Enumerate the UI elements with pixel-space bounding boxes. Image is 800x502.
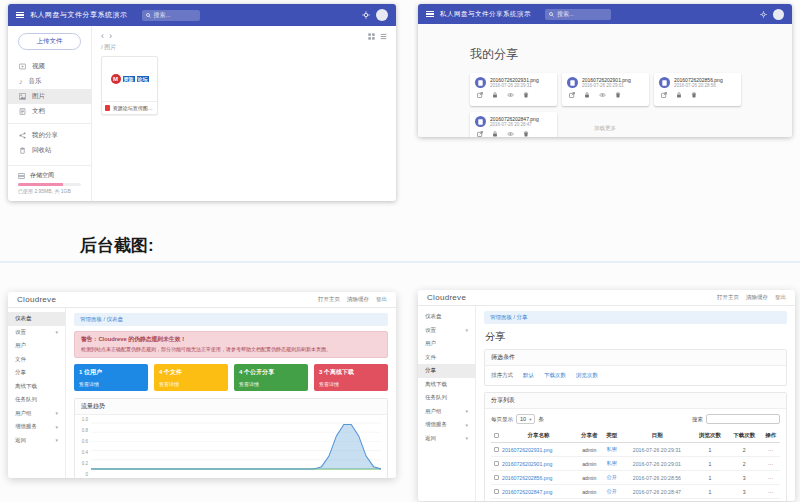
avatar[interactable] (376, 9, 388, 21)
table-row[interactable]: 20160726202856.png admin 公开 2016-07-26 2… (491, 471, 780, 485)
sidebar-item-files[interactable]: 文件 (8, 353, 65, 367)
col-header[interactable]: 日期 (621, 429, 693, 443)
cell-name[interactable]: 20160726202847.png (501, 485, 576, 499)
lock-icon[interactable] (492, 92, 498, 98)
load-more-button[interactable]: 加载更多 (418, 125, 792, 132)
cell-actions[interactable]: ··· (761, 471, 780, 485)
open-in-new-icon[interactable] (477, 92, 483, 98)
search-input[interactable] (706, 414, 780, 424)
stat-card-offline[interactable]: 3 个离线下载 查看详情 (314, 364, 388, 391)
sidebar-item-settings[interactable]: 设置▾ (8, 326, 65, 340)
cell-actions[interactable]: ··· (761, 485, 780, 499)
sidebar-item-task-queue[interactable]: 任务队列 (418, 391, 475, 405)
cell-actions[interactable]: ··· (761, 457, 780, 471)
stat-action-link[interactable]: 查看详情 (319, 381, 383, 387)
sidebar-item-back[interactable]: 返回▾ (418, 432, 475, 446)
delete-icon[interactable] (691, 92, 697, 98)
filter-option-default[interactable]: 默认 (523, 372, 534, 379)
stat-card-shares[interactable]: 4 个公开分享 查看详情 (234, 364, 308, 391)
list-view-icon[interactable] (380, 33, 387, 40)
sidebar-item-settings[interactable]: 设置▾ (418, 324, 475, 338)
share-card[interactable]: 20160726202901.png 2016-07-26 20:29:01 (562, 73, 649, 106)
delete-icon[interactable] (523, 92, 529, 98)
sidebar-item-task-queue[interactable]: 任务队列 (8, 393, 65, 407)
col-header[interactable]: 下载次数 (727, 429, 761, 443)
sidebar-item-back[interactable]: 返回▾ (8, 434, 65, 448)
sidebar-item-addons[interactable]: 增值服务▾ (8, 420, 65, 434)
search-box[interactable]: 搜索... (142, 10, 200, 21)
open-in-new-icon[interactable] (569, 92, 575, 98)
per-page-select[interactable]: 10 ▾ (516, 414, 535, 424)
lock-icon[interactable] (584, 92, 590, 98)
table-row[interactable]: 20160726202847.png admin 公开 2016-07-26 2… (491, 485, 780, 499)
upload-button[interactable]: 上传文件 (18, 33, 81, 50)
sidebar-item-groups[interactable]: 用户组▾ (8, 407, 65, 421)
share-card[interactable]: 20160726202856.png 2016-07-26 20:28:56 (654, 73, 741, 106)
stat-card-users[interactable]: 1 位用户 查看详情 (74, 364, 148, 391)
open-in-new-icon[interactable] (661, 92, 667, 98)
select-all-checkbox[interactable] (494, 433, 499, 438)
table-row[interactable]: 20160726202901.png admin 私密 2016-07-26 2… (491, 457, 780, 471)
col-header[interactable]: 分享者 (576, 429, 602, 443)
col-header[interactable]: 分享名称 (501, 429, 576, 443)
delete-icon[interactable] (615, 92, 621, 98)
lock-icon[interactable] (676, 92, 682, 98)
sidebar-item-shares[interactable]: 分享 (8, 366, 65, 380)
sidebar-item-my-shares[interactable]: 我的分享 (8, 128, 91, 143)
eye-icon[interactable] (507, 92, 514, 98)
stat-card-files[interactable]: 4 个文件 查看详情 (154, 364, 228, 391)
menu-icon[interactable] (426, 11, 434, 17)
filter-option-downloads[interactable]: 下载次数 (544, 372, 566, 379)
gear-icon[interactable] (362, 11, 370, 19)
nav-link-cache[interactable]: 清除缓存 (347, 296, 369, 303)
nav-link-logout[interactable]: 登出 (775, 294, 786, 301)
sidebar-item-offline-download[interactable]: 离线下载 (418, 378, 475, 392)
col-header[interactable]: 操作 (761, 429, 780, 443)
sidebar-item-dashboard[interactable]: 仪表盘 (8, 312, 65, 326)
sidebar-item-files[interactable]: 文件 (418, 351, 475, 365)
file-card[interactable]: M 资源 论坛 资源论坛宣传图.png (101, 56, 158, 115)
sidebar-item-video[interactable]: 视频 (8, 59, 91, 74)
row-checkbox[interactable] (494, 489, 499, 494)
sidebar-item-groups[interactable]: 用户组▾ (418, 405, 475, 419)
grid-view-icon[interactable] (368, 33, 375, 40)
menu-icon[interactable] (16, 12, 24, 18)
sidebar-item-shares[interactable]: 分享 (418, 364, 475, 378)
stat-action-link[interactable]: 查看详情 (79, 381, 143, 387)
nav-link-cache[interactable]: 清除缓存 (746, 294, 768, 301)
avatar[interactable] (773, 9, 784, 20)
col-header[interactable]: 浏览次数 (693, 429, 727, 443)
stat-action-link[interactable]: 查看详情 (239, 381, 303, 387)
gear-icon[interactable] (760, 11, 767, 18)
brand-logo[interactable]: Cloudreve (17, 295, 56, 304)
col-header[interactable]: 类型 (602, 429, 621, 443)
sidebar-item-dashboard[interactable]: 仪表盘 (418, 310, 475, 324)
cell-name[interactable]: 20160726202901.png (501, 457, 576, 471)
nav-link-home[interactable]: 打开主页 (318, 296, 340, 303)
stat-action-link[interactable]: 查看详情 (159, 381, 223, 387)
sidebar-item-offline-download[interactable]: 离线下载 (8, 380, 65, 394)
search-box[interactable]: 搜索... (545, 9, 611, 20)
eye-icon[interactable] (599, 92, 606, 98)
share-card[interactable]: 20160726202931.png 2016-07-26 20:29:31 (470, 73, 557, 106)
nav-link-home[interactable]: 打开主页 (717, 294, 739, 301)
row-checkbox[interactable] (494, 475, 499, 480)
back-icon[interactable]: ‹ (101, 31, 104, 41)
row-checkbox[interactable] (494, 447, 499, 452)
cell-actions[interactable]: ··· (761, 443, 780, 457)
row-checkbox[interactable] (494, 461, 499, 466)
table-row[interactable]: 20160726202931.png admin 私密 2016-07-26 2… (491, 443, 780, 457)
sidebar-item-users[interactable]: 用户 (418, 337, 475, 351)
sidebar-item-document[interactable]: 文档 (8, 104, 91, 119)
forward-icon[interactable]: › (109, 31, 112, 41)
cell-name[interactable]: 20160726202856.png (501, 471, 576, 485)
brand-logo[interactable]: Cloudreve (427, 293, 466, 302)
cell-name[interactable]: 20160726202931.png (501, 443, 576, 457)
nav-link-logout[interactable]: 登出 (376, 296, 387, 303)
filter-option-views[interactable]: 浏览次数 (576, 372, 598, 379)
sidebar-item-music[interactable]: ♪ 音乐 (8, 74, 91, 89)
sidebar-item-image[interactable]: 图片 (8, 89, 91, 104)
sidebar-item-users[interactable]: 用户 (8, 339, 65, 353)
sidebar-item-addons[interactable]: 增值服务▾ (418, 418, 475, 432)
sidebar-item-recycle-bin[interactable]: 回收站 (8, 143, 91, 158)
